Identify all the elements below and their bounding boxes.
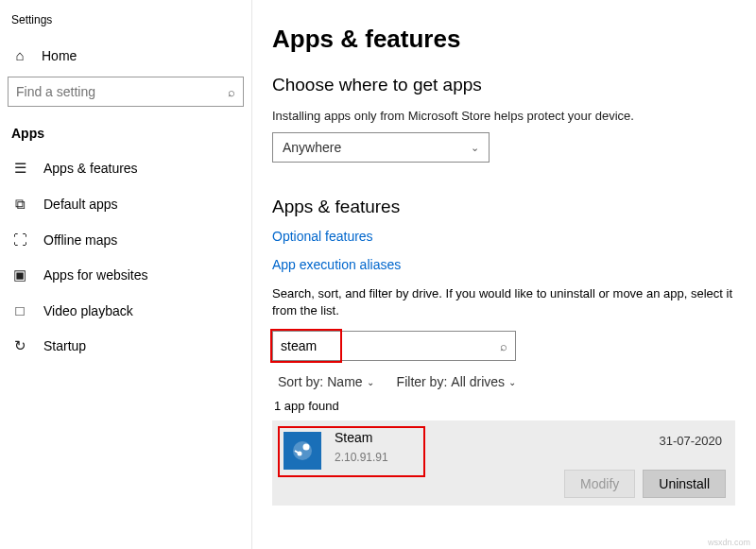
nav-label: Apps & features xyxy=(43,161,138,176)
search-icon: ⌕ xyxy=(228,85,235,99)
nav-label: Video playback xyxy=(43,303,133,318)
nav-label: Offline maps xyxy=(43,232,117,248)
steam-icon xyxy=(284,432,321,470)
app-search-box[interactable]: ⌕ xyxy=(272,331,516,361)
find-setting-search[interactable]: ⌕ xyxy=(8,77,244,107)
search-description: Search, sort, and filter by drive. If yo… xyxy=(272,285,735,319)
chevron-down-icon: ⌄ xyxy=(471,142,479,154)
nav-default-apps[interactable]: ⧉ Default apps xyxy=(8,186,244,222)
app-install-date: 31-07-2020 xyxy=(660,434,723,448)
apps-features-subheading: Apps & features xyxy=(272,197,735,217)
choose-help: Installing apps only from Microsoft Stor… xyxy=(272,109,735,123)
nav-video-playback[interactable]: □ Video playback xyxy=(8,293,244,328)
home-button[interactable]: ⌂ Home xyxy=(8,40,244,71)
choose-heading: Choose where to get apps xyxy=(272,75,735,95)
app-version: 2.10.91.91 xyxy=(335,451,388,464)
startup-icon: ↻ xyxy=(11,337,28,354)
window-title: Settings xyxy=(8,13,244,40)
websites-icon: ▣ xyxy=(11,266,28,283)
search-icon: ⌕ xyxy=(500,339,507,353)
filter-by-control[interactable]: Filter by: All drives ⌄ xyxy=(397,374,516,389)
app-name: Steam xyxy=(335,430,388,445)
svg-point-1 xyxy=(303,444,310,451)
nav-apps-websites[interactable]: ▣ Apps for websites xyxy=(8,257,244,293)
video-icon: □ xyxy=(11,302,28,318)
filter-value: All drives xyxy=(451,374,505,389)
nav-apps-features[interactable]: ☰ Apps & features xyxy=(8,150,244,186)
uninstall-button[interactable]: Uninstall xyxy=(643,470,726,498)
section-label-apps: Apps xyxy=(8,120,244,150)
modify-button: Modify xyxy=(564,470,635,498)
chevron-down-icon: ⌄ xyxy=(367,377,374,387)
results-count: 1 app found xyxy=(274,399,735,413)
chevron-down-icon: ⌄ xyxy=(508,377,516,387)
dropdown-value: Anywhere xyxy=(283,140,341,155)
home-label: Home xyxy=(42,48,77,63)
watermark: wsxdn.com xyxy=(708,538,750,547)
filter-label: Filter by: xyxy=(397,374,448,389)
nav-offline-maps[interactable]: ⛶ Offline maps xyxy=(8,222,244,257)
sort-value: Name xyxy=(327,374,362,389)
app-list-item[interactable]: Steam 2.10.91.91 31-07-2020 Modify Unins… xyxy=(272,420,735,506)
page-heading: Apps & features xyxy=(272,25,735,54)
app-search-input[interactable] xyxy=(281,338,500,353)
app-source-dropdown[interactable]: Anywhere ⌄ xyxy=(272,132,490,163)
nav-label: Startup xyxy=(43,338,86,353)
home-icon: ⌂ xyxy=(11,47,28,63)
sort-by-control[interactable]: Sort by: Name ⌄ xyxy=(278,374,374,389)
find-setting-input[interactable] xyxy=(16,84,228,99)
list-icon: ☰ xyxy=(11,160,28,177)
nav-startup[interactable]: ↻ Startup xyxy=(8,328,244,364)
map-icon: ⛶ xyxy=(11,232,28,248)
sort-label: Sort by: xyxy=(278,374,323,389)
link-optional-features[interactable]: Optional features xyxy=(272,229,735,244)
nav-label: Apps for websites xyxy=(43,267,148,283)
defaults-icon: ⧉ xyxy=(11,196,28,213)
link-execution-aliases[interactable]: App execution aliases xyxy=(272,257,735,272)
nav-label: Default apps xyxy=(43,197,118,212)
